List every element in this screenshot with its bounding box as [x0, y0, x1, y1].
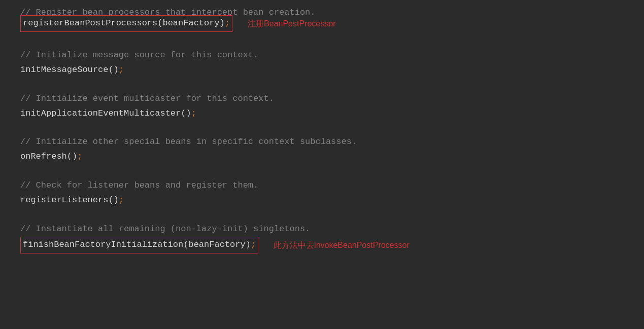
- comment-text-4: // Initialize other special beans in spe…: [20, 135, 357, 150]
- comment-text-6: // Instantiate all remaining (non-lazy-i…: [20, 222, 310, 237]
- method-finish: finishBeanFactoryInitialization(beanFact…: [23, 238, 251, 252]
- spacer-1: [20, 34, 624, 48]
- code-line-6: finishBeanFactoryInitialization(beanFact…: [20, 237, 624, 253]
- comment-text-2: // Initialize message source for this co…: [20, 48, 258, 63]
- method-on-refresh: onRefresh(): [20, 150, 77, 164]
- spacer-2: [20, 78, 624, 92]
- code-line-3: initApplicationEventMulticaster();: [20, 106, 624, 121]
- comment-text-5: // Check for listener beans and register…: [20, 178, 258, 193]
- highlighted-code-1: registerBeanPostProcessors(beanFactory);: [20, 15, 232, 32]
- semicolon-4: ;: [77, 150, 82, 164]
- code-line-2: initMessageSource();: [20, 63, 624, 78]
- annotation-1: 注册BeanPostProcessor: [248, 17, 335, 30]
- comment-line-4: // Initialize other special beans in spe…: [20, 135, 624, 150]
- code-line-4: onRefresh();: [20, 150, 624, 164]
- method-register-listeners: registerListeners(): [20, 193, 119, 208]
- semicolon-1: ;: [225, 16, 230, 31]
- semicolon-3: ;: [191, 106, 196, 121]
- code-block: // Register bean processors that interce…: [20, 10, 624, 253]
- method-init-message: initMessageSource(): [20, 63, 119, 78]
- code-line-1: registerBeanPostProcessors(beanFactory);…: [20, 15, 624, 32]
- comment-line-3: // Initialize event multicaster for this…: [20, 92, 624, 106]
- code-editor: // Register bean processors that interce…: [0, 0, 644, 329]
- semicolon-2: ;: [119, 63, 124, 78]
- comment-line-6: // Instantiate all remaining (non-lazy-i…: [20, 222, 624, 237]
- spacer-3: [20, 121, 624, 135]
- comment-line-1: // Register bean processors that interce…: [20, 10, 624, 15]
- comment-line-2: // Initialize message source for this co…: [20, 48, 624, 63]
- highlighted-code-2: finishBeanFactoryInitialization(beanFact…: [20, 237, 258, 253]
- spacer-4: [20, 164, 624, 178]
- method-init-multicaster: initApplicationEventMulticaster(): [20, 106, 191, 121]
- code-line-5: registerListeners();: [20, 193, 624, 208]
- comment-text-3: // Initialize event multicaster for this…: [20, 92, 274, 106]
- semicolon-5: ;: [119, 193, 124, 208]
- annotation-2: 此方法中去invokeBeanPostProcessor: [274, 238, 410, 252]
- comment-line-5: // Check for listener beans and register…: [20, 178, 624, 193]
- spacer-5: [20, 208, 624, 222]
- semicolon-6: ;: [251, 238, 256, 252]
- method-register: registerBeanPostProcessors(beanFactory): [23, 16, 225, 31]
